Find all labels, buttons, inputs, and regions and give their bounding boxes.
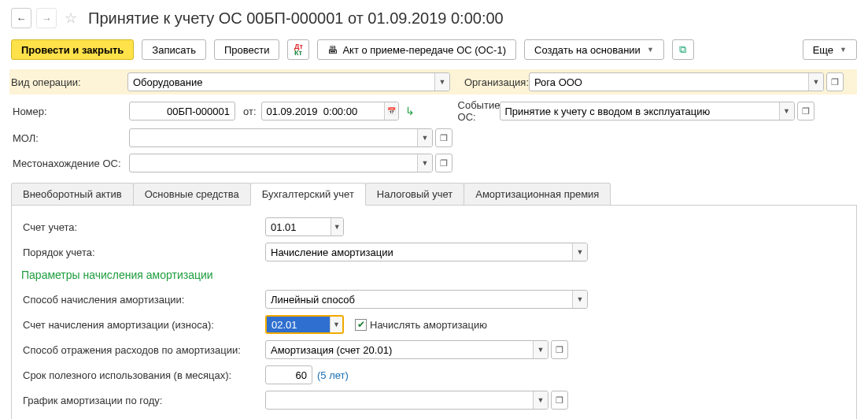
org-input[interactable] [530,73,808,91]
nav-back-button[interactable]: ← [11,8,31,28]
mol-label: МОЛ: [11,132,129,144]
post-and-close-button[interactable]: Провести и закрыть [11,39,134,60]
event-input[interactable] [500,102,779,120]
mol-open-button[interactable]: ❐ [435,128,452,147]
sched-input[interactable] [266,391,533,409]
sched-open-button[interactable]: ❐ [551,391,568,410]
account-input[interactable] [266,218,331,235]
printer-icon: 🖶 [327,44,338,56]
method-dropdown-button[interactable]: ▼ [572,291,587,308]
life-label: Срок полезного использования (в месяцах)… [21,369,265,381]
num-input[interactable] [130,102,235,120]
op-type-dropdown-button[interactable]: ▼ [434,73,449,91]
page-title: Принятие к учету ОС 00БП-000001 от 01.09… [88,9,504,28]
from-label: от: [243,106,257,117]
num-label: Номер: [11,106,129,117]
org-open-button[interactable]: ❐ [826,72,844,91]
check-icon: ✔ [355,319,367,331]
arrow-left-icon: ← [17,13,27,24]
create-on-basis-label: Создать на основании [534,44,641,56]
mol-dropdown-button[interactable]: ▼ [417,129,432,146]
more-button[interactable]: Еще ▼ [803,39,857,60]
toolbar: Провести и закрыть Записать Провести ДтК… [11,39,857,60]
arrow-right-icon: → [42,13,52,24]
create-on-basis-button[interactable]: Создать на основании ▼ [524,39,664,60]
depreciation-section-title: Параметры начисления амортизации [21,269,847,281]
act-os1-button[interactable]: 🖶 Акт о приеме-передаче ОС (ОС-1) [317,39,516,60]
charge-depreciation-label: Начислять амортизацию [370,319,487,331]
date-calendar-button[interactable]: 📅 [384,102,398,120]
mol-input[interactable] [130,129,417,146]
sched-dropdown-button[interactable]: ▼ [533,391,548,409]
exp-method-dropdown-button[interactable]: ▼ [533,341,548,358]
loc-input[interactable] [130,154,417,172]
exp-method-input[interactable] [266,341,533,358]
nav-forward-button[interactable]: → [36,8,57,28]
date-input[interactable] [262,102,384,120]
order-input[interactable] [266,243,572,261]
dtkt-button[interactable]: ДтКт [287,39,309,60]
event-open-button[interactable]: ❐ [797,102,814,121]
chevron-down-icon: ▼ [840,46,847,54]
exp-method-open-button[interactable]: ❐ [551,340,568,359]
save-button[interactable]: Записать [142,39,206,60]
tabs: Внеоборотный актив Основные средства Бух… [11,183,857,206]
loc-label: Местонахождение ОС: [11,158,129,169]
order-label: Порядок учета: [21,247,265,258]
related-icon: ⧉ [679,43,686,56]
post-button[interactable]: Провести [214,39,280,60]
tab-accounting[interactable]: Бухгалтерский учет [250,183,366,206]
tab-fixed-assets[interactable]: Основные средства [133,183,251,205]
tab-tax-accounting[interactable]: Налоговый учет [365,183,464,205]
dtkt-icon: ДтКт [294,43,303,56]
dep-account-input[interactable] [267,317,330,332]
op-type-label: Вид операции: [9,76,127,88]
dep-account-label: Счет начисления амортизации (износа): [21,319,265,331]
dep-account-dropdown-button[interactable]: ▼ [330,317,342,332]
tab-body-accounting: Счет учета: ▼ Порядок учета: ▼ Параметры… [11,206,857,419]
order-dropdown-button[interactable]: ▼ [572,243,587,261]
sched-label: График амортизации по году: [21,395,265,406]
favorite-star-icon[interactable]: ☆ [65,9,77,27]
account-label: Счет учета: [21,221,265,233]
more-label: Еще [813,44,833,56]
tab-depreciation-bonus[interactable]: Амортизационная премия [464,183,611,205]
apply-date-icon[interactable]: ↳ [405,105,415,117]
life-hint-link[interactable]: (5 лет) [317,369,349,381]
charge-depreciation-checkbox[interactable]: ✔ Начислять амортизацию [355,319,487,331]
method-label: Способ начисления амортизации: [21,294,265,306]
account-dropdown-button[interactable]: ▼ [331,218,343,235]
loc-dropdown-button[interactable]: ▼ [417,154,432,172]
event-label: Событие ОС: [415,99,500,123]
tab-noncurrent-asset[interactable]: Внеоборотный актив [11,183,134,205]
org-dropdown-button[interactable]: ▼ [808,73,823,91]
method-input[interactable] [266,291,572,308]
life-input[interactable] [266,366,312,384]
related-button[interactable]: ⧉ [672,39,694,60]
op-type-input[interactable] [128,73,434,91]
org-label: Организация: [450,76,529,88]
exp-method-label: Способ отражения расходов по амортизации… [21,344,265,356]
act-os1-label: Акт о приеме-передаче ОС (ОС-1) [342,44,506,56]
chevron-down-icon: ▼ [647,46,654,54]
event-dropdown-button[interactable]: ▼ [779,102,794,120]
loc-open-button[interactable]: ❐ [435,154,452,172]
